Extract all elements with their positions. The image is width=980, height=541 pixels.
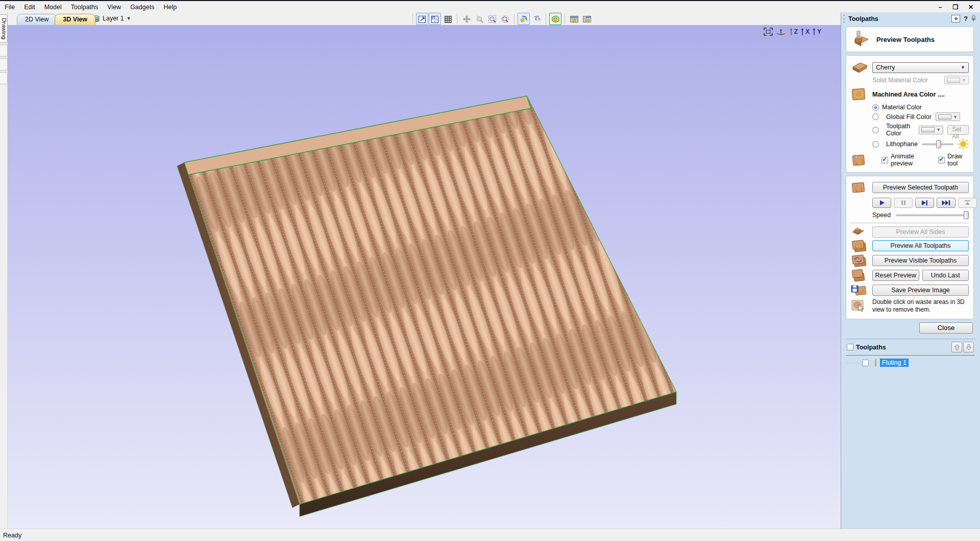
color-shaded-view-button[interactable] [549, 13, 561, 25]
menubar: File Edit Model Toolpaths View Gadgets H… [0, 3, 181, 12]
minimize-icon[interactable]: – [936, 4, 944, 10]
menu-model[interactable]: Model [40, 3, 66, 12]
collapsed-tab[interactable] [0, 58, 8, 70]
toolpath-color-radio[interactable] [872, 127, 879, 133]
toolpath-color-label: Toolpath Color [886, 123, 915, 137]
preview-all-sides-button[interactable]: Preview All Sides [872, 226, 969, 238]
preview-selected-icon [851, 181, 872, 194]
tab-3d-view[interactable]: 3D View [55, 14, 95, 25]
global-fill-color-dropdown[interactable]: ▼ [936, 112, 960, 121]
panel-grip-handle[interactable] [843, 15, 845, 23]
toolpath-list-item[interactable]: ······ Fluting 1 [846, 359, 975, 367]
move-up-button[interactable] [951, 342, 962, 352]
multi-pane-view-button[interactable] [581, 13, 593, 25]
zoom-extents-icon [763, 27, 773, 36]
toolpath-item-label[interactable]: Fluting 1 [880, 359, 909, 367]
undo-last-button[interactable]: Undo Last [922, 270, 969, 281]
save-preview-image-button[interactable]: Save Preview Image [872, 285, 969, 296]
layer-selector[interactable]: Layer 1 ▼ [89, 14, 134, 23]
menu-toolpaths[interactable]: Toolpaths [66, 3, 103, 12]
speed-slider[interactable] [896, 210, 969, 220]
tab-2d-view[interactable]: 2D View [17, 14, 57, 25]
color-swatch [947, 78, 960, 83]
collapsed-tab[interactable] [0, 72, 8, 84]
toolbar-separator [457, 14, 457, 24]
close-icon[interactable]: ✕ [967, 4, 975, 10]
lithophane-radio[interactable] [872, 141, 879, 148]
toolpath-color-dropdown[interactable]: ▼ [919, 126, 943, 134]
ballnose-tool-icon [851, 31, 870, 48]
collapsed-tab[interactable] [0, 44, 8, 57]
tab-drawing-vertical[interactable]: Drawing [0, 14, 8, 43]
menu-gadgets[interactable]: Gadgets [126, 3, 159, 12]
material-block-icon [851, 61, 872, 74]
play-button[interactable] [872, 198, 891, 208]
toolpath-list-title: Toolpaths [856, 344, 886, 351]
layer-selector-label: Layer 1 [103, 15, 124, 22]
menu-edit[interactable]: Edit [19, 3, 40, 12]
zoom-box-button[interactable] [486, 13, 498, 25]
fluting-tool-icon [873, 359, 878, 367]
simulate-toolpath-icon [520, 15, 528, 23]
x-axis-arrow-icon [800, 28, 805, 36]
menu-view[interactable]: View [103, 3, 126, 12]
3d-view-canvas[interactable]: Z X Y [8, 25, 841, 530]
dynamic-zoom-icon [475, 15, 484, 23]
toolpaths-master-checkbox[interactable] [847, 344, 853, 350]
simulate-toolpath-button[interactable] [518, 13, 530, 25]
view-down-z-button[interactable]: Z [789, 27, 798, 37]
menu-help[interactable]: Help [159, 3, 181, 12]
toggle-grid-button[interactable] [442, 13, 454, 25]
lithophane-slider[interactable] [922, 139, 953, 149]
single-pane-view-icon [570, 15, 579, 23]
preview-all-toolpaths-button[interactable]: Preview All Toolpaths [872, 240, 969, 251]
pause-button[interactable] [894, 198, 913, 208]
material-color-radio[interactable] [872, 104, 879, 111]
step-forward-button[interactable] [915, 198, 934, 208]
toolbar-row: 2D View 3D View Layer 1 ▼ [8, 12, 841, 25]
machined-panel-3d-model [8, 25, 841, 530]
pan-view-button[interactable] [460, 13, 473, 25]
restore-icon[interactable]: ❐ [951, 4, 960, 10]
pin-icon[interactable] [971, 15, 976, 22]
preview-controls-card: Preview Selected Toolpath Speed [846, 176, 974, 319]
speed-label: Speed [872, 211, 891, 219]
zoom-to-selected-button[interactable] [499, 13, 511, 25]
draw-tool-checkbox[interactable] [938, 157, 945, 163]
move-down-button[interactable] [963, 342, 974, 352]
draw-tool-row: Draw tool [938, 153, 969, 167]
menu-file[interactable]: File [0, 3, 19, 12]
view-along-x-button[interactable]: X [800, 27, 810, 37]
zoom-to-selection-button[interactable] [429, 13, 441, 25]
dynamic-zoom-button[interactable] [473, 13, 485, 25]
zoom-extents-button[interactable] [763, 27, 773, 37]
return-to-top-icon [964, 200, 971, 206]
isometric-view-button[interactable] [775, 27, 787, 37]
view-along-y-button[interactable]: Y [812, 27, 821, 37]
toolbar-separator [546, 14, 546, 24]
draw-toolpaths-button[interactable] [530, 13, 543, 25]
draw-toolpaths-icon [532, 15, 541, 23]
zoom-to-drawing-button[interactable] [416, 13, 428, 25]
animate-preview-checkbox[interactable] [881, 157, 888, 163]
close-button[interactable]: Close [919, 322, 973, 334]
toolpath-visibility-checkbox[interactable] [862, 360, 869, 366]
left-tab-strip: Drawing [0, 12, 8, 529]
tree-connector: ······ [847, 360, 860, 366]
reset-preview-button[interactable]: Reset Preview [872, 270, 919, 281]
preview-selected-toolpath-button[interactable]: Preview Selected Toolpath [872, 182, 969, 193]
help-icon[interactable]: ? [964, 15, 968, 22]
set-all-button[interactable]: Set All [947, 125, 969, 135]
toolpaths-panel-header: Toolpaths ? [841, 12, 980, 25]
view-toolbar [410, 13, 593, 25]
chevron-down-icon: ▼ [127, 16, 131, 21]
skip-to-end-button[interactable] [937, 198, 955, 208]
material-select[interactable]: Cherry ▼ [872, 62, 969, 73]
status-text: Ready [3, 532, 21, 539]
preview-visible-toolpaths-button[interactable]: Preview Visible Toolpaths [872, 255, 969, 266]
global-fill-color-radio[interactable] [872, 113, 879, 120]
solid-material-color-label: Solid Material Color [872, 77, 928, 84]
return-to-top-button[interactable] [958, 198, 977, 208]
dock-arrow-icon[interactable] [951, 15, 960, 22]
single-pane-view-button[interactable] [568, 13, 580, 25]
